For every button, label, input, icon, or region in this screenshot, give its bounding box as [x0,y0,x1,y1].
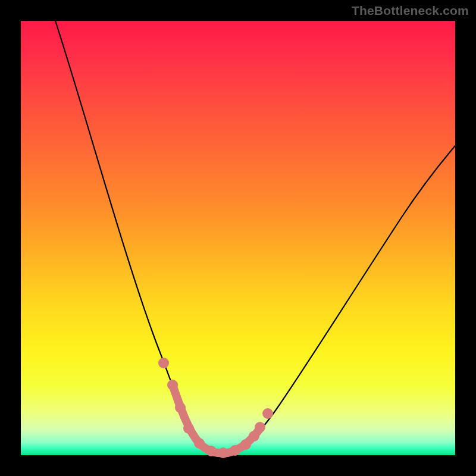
highlight-marker [240,439,251,450]
curve-path [55,21,455,453]
highlight-marker [206,446,217,456]
highlight-marker [255,422,265,433]
watermark-text: TheBottleneck.com [352,4,469,18]
plot-area [21,21,455,455]
highlight-marker [158,358,169,368]
highlight-marker [175,402,186,413]
highlight-marker [249,431,259,441]
highlight-marker [218,447,228,458]
highlight-marker [183,423,194,434]
highlight-marker [194,438,205,449]
bottleneck-curve [21,21,455,455]
highlight-marker [167,380,178,390]
chart-frame: TheBottleneck.com [0,0,476,476]
highlight-marker [230,445,240,456]
highlight-marker [262,408,273,419]
